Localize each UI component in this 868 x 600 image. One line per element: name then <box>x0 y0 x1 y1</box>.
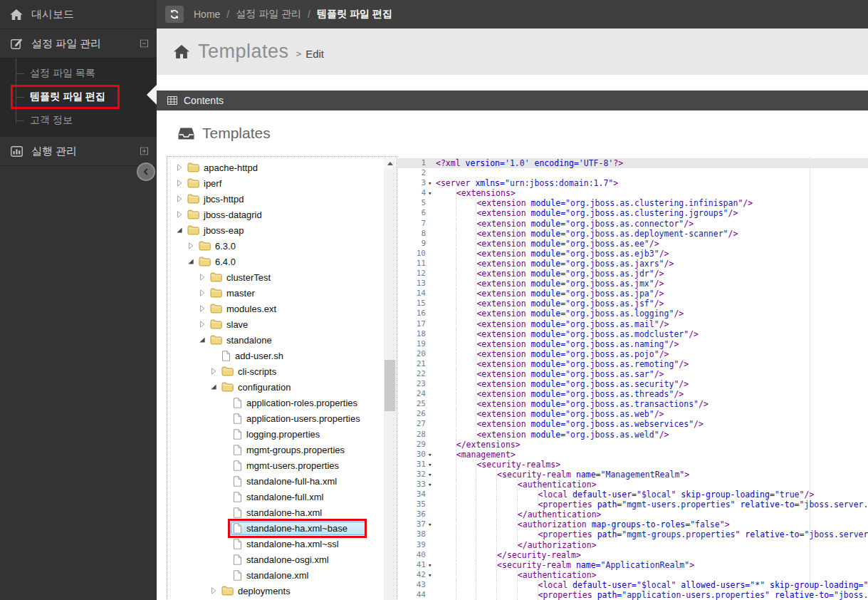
collapse-expander-icon[interactable] <box>187 258 197 265</box>
expand-expander-icon[interactable] <box>210 368 219 375</box>
expand-expander-icon[interactable] <box>176 195 185 202</box>
fold-arrow-icon[interactable]: ▾ <box>428 470 436 480</box>
scroll-up-icon[interactable] <box>384 157 396 170</box>
tree-node[interactable]: jboss-datagrid <box>169 207 383 222</box>
tree-node-inner[interactable]: standalone-ha.xml~ssl <box>231 537 343 551</box>
tree-node[interactable]: modules.ext <box>169 301 383 316</box>
expand-expander-icon[interactable] <box>199 289 208 296</box>
tree-node-inner[interactable]: standalone-ha.xml <box>231 506 326 519</box>
code-line[interactable]: 18 <extension module="org.jboss.as.modcl… <box>398 329 868 339</box>
tree-node[interactable]: standalone-full-ha.xml <box>169 473 383 489</box>
code-line[interactable]: 10 <extension module="org.jboss.as.ejb3"… <box>398 249 868 259</box>
code-line[interactable]: 23 <extension module="org.jboss.as.secur… <box>398 379 868 389</box>
fold-arrow-icon[interactable]: ▾ <box>428 560 436 570</box>
tree-node[interactable]: master <box>169 285 383 301</box>
tree-node-inner[interactable]: 6.3.0 <box>197 239 240 253</box>
expand-expander-icon[interactable] <box>199 274 208 281</box>
expand-expander-icon[interactable] <box>176 164 185 171</box>
tree-node-inner[interactable]: clusterTest <box>208 271 275 284</box>
scrollbar-thumb[interactable] <box>385 360 395 411</box>
sidebar-item-config-file-mgmt[interactable]: 설정 파일 관리 <box>0 29 157 58</box>
code-line[interactable]: 14 <extension module="org.jboss.as.jpa"/… <box>398 289 868 299</box>
tree-node[interactable]: application-users.properties <box>169 410 383 426</box>
tree-node-inner[interactable]: cli-scripts <box>219 365 281 378</box>
tree-node-inner[interactable]: standalone-full-ha.xml <box>231 475 341 488</box>
tree-node[interactable]: jbcs-httpd <box>169 191 383 207</box>
tree-node[interactable]: standalone-ha.xml~base <box>169 520 383 536</box>
expand-expander-icon[interactable] <box>176 180 185 187</box>
tree-node[interactable]: standalone <box>169 332 383 348</box>
code-line[interactable]: 6 <extension module="org.jboss.as.cluste… <box>398 208 868 218</box>
tree-node[interactable]: 6.3.0 <box>169 238 383 254</box>
fold-arrow-icon[interactable]: ▾ <box>428 450 436 460</box>
code-line[interactable]: 36 </authentication> <box>398 510 868 519</box>
sidebar-collapse-button[interactable] <box>137 162 155 181</box>
refresh-button[interactable] <box>165 6 184 23</box>
code-editor[interactable]: 1<?xml version='1.0' encoding='UTF-8'?>2… <box>398 157 868 600</box>
code-line[interactable]: 5 <extension module="org.jboss.as.cluste… <box>398 198 868 208</box>
code-line[interactable]: 9 <extension module="org.jboss.as.ee"/> <box>398 239 868 249</box>
tree-node-inner[interactable]: logging.properties <box>231 428 324 441</box>
code-line[interactable]: 38 <properties path="mgmt-groups.propert… <box>398 529 868 539</box>
plus-square-icon[interactable] <box>140 148 148 155</box>
code-line[interactable]: 27 <extension module="org.jboss.as.webse… <box>398 419 868 429</box>
tree-node[interactable]: configuration <box>169 379 383 395</box>
fold-arrow-icon[interactable]: ▾ <box>428 480 436 490</box>
code-line[interactable]: 39 </authorization> <box>398 540 868 550</box>
tree-scrollbar[interactable] <box>384 157 396 600</box>
tree-node-inner[interactable]: configuration <box>219 381 295 394</box>
code-line[interactable]: 43 <local default-user="$local" allowed-… <box>398 580 868 590</box>
code-line[interactable]: 30▾ <management> <box>398 450 868 460</box>
code-line[interactable]: 25 <extension module="org.jboss.as.trans… <box>398 399 868 409</box>
code-line[interactable]: 11 <extension module="org.jboss.as.jaxrs… <box>398 259 868 269</box>
code-line[interactable]: 8 <extension module="org.jboss.as.deploy… <box>398 229 868 239</box>
tree-node-inner[interactable]: mgmt-users.properties <box>231 459 343 472</box>
tree-node-inner[interactable]: application-roles.properties <box>231 396 362 410</box>
tree-node-inner[interactable]: mgmt-groups.properties <box>231 443 349 457</box>
code-line[interactable]: 41▾ <security-realm name="ApplicationRea… <box>398 560 868 570</box>
tree-node[interactable]: mgmt-groups.properties <box>169 442 383 457</box>
tree-node-inner[interactable]: application-users.properties <box>231 412 365 425</box>
collapse-expander-icon[interactable] <box>210 383 219 390</box>
code-line[interactable]: 42▾ <authentication> <box>398 570 868 580</box>
tree-node-inner[interactable]: deployments <box>219 584 295 598</box>
code-line[interactable]: 32▾ <security-realm name="ManagementReal… <box>398 470 868 480</box>
tree-node[interactable]: clusterTest <box>169 269 383 285</box>
fold-arrow-icon[interactable]: ▾ <box>428 570 436 580</box>
fold-arrow-icon[interactable]: ▾ <box>428 178 436 188</box>
tree-node-inner[interactable]: standalone <box>208 333 276 347</box>
code-line[interactable]: 33▾ <authentication> <box>398 480 868 490</box>
code-line[interactable]: 29 </extensions> <box>398 440 868 450</box>
code-line[interactable]: 37▾ <authorization map-groups-to-roles="… <box>398 519 868 529</box>
tree-node[interactable]: 6.4.0 <box>169 254 383 269</box>
tree-node-inner[interactable]: slave <box>208 318 252 331</box>
tree-node[interactable]: standalone-full.xml <box>169 489 383 505</box>
tree-node-inner[interactable]: iperf <box>185 177 226 190</box>
breadcrumb-item[interactable]: Home <box>194 9 220 20</box>
tree-node[interactable]: slave <box>169 316 383 332</box>
sidebar-submenu-item[interactable]: 고객 정보 <box>0 108 157 132</box>
tree-node[interactable]: application-roles.properties <box>169 395 383 410</box>
code-line[interactable]: 34 <local default-user="$local" skip-gro… <box>398 490 868 500</box>
code-line[interactable]: 7 <extension module="org.jboss.as.connec… <box>398 219 868 229</box>
tree-node[interactable]: logging.properties <box>169 426 383 442</box>
sidebar-item-execution-mgmt[interactable]: 실행 관리 <box>0 136 157 166</box>
code-line[interactable]: 13 <extension module="org.jboss.as.jmx"/… <box>398 279 868 289</box>
code-line[interactable]: 12 <extension module="org.jboss.as.jdr"/… <box>398 269 868 279</box>
code-line[interactable]: 16 <extension module="org.jboss.as.loggi… <box>398 309 868 319</box>
collapse-expander-icon[interactable] <box>199 336 208 343</box>
collapse-expander-icon[interactable] <box>176 227 185 234</box>
tree-node[interactable]: standalone-ha.xml <box>169 505 383 520</box>
fold-arrow-icon[interactable]: ▾ <box>428 460 436 470</box>
code-line[interactable]: 17 <extension module="org.jboss.as.mail"… <box>398 319 868 329</box>
tree-node-inner[interactable]: 6.4.0 <box>197 255 240 269</box>
code-line[interactable]: 24 <extension module="org.jboss.as.threa… <box>398 389 868 399</box>
tree-node-inner[interactable]: standalone-ha.xml~base <box>231 522 365 535</box>
tree-node[interactable]: apache-httpd <box>169 160 383 175</box>
code-line[interactable]: 35 <properties path="mgmt-users.properti… <box>398 500 868 510</box>
code-line[interactable]: 15 <extension module="org.jboss.as.jsf"/… <box>398 299 868 309</box>
tree-node-inner[interactable]: modules.ext <box>208 302 281 316</box>
code-line[interactable]: 20 <extension module="org.jboss.as.pojo"… <box>398 349 868 359</box>
tree-node-inner[interactable]: standalone-osgi.xml <box>231 553 333 567</box>
tree-node[interactable]: deployments <box>169 583 383 599</box>
